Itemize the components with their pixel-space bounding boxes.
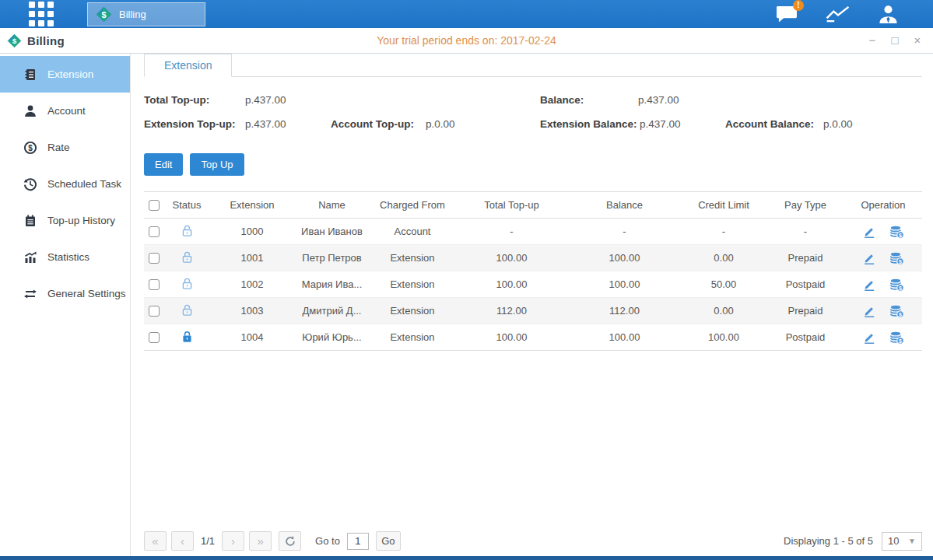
close-button[interactable]: × bbox=[911, 34, 924, 47]
displaying-text: Displaying 1 - 5 of 5 bbox=[784, 535, 873, 547]
top-up-row-button[interactable]: $ bbox=[889, 304, 904, 318]
top-up-row-button[interactable]: $ bbox=[889, 225, 904, 239]
select-all-checkbox[interactable] bbox=[149, 200, 160, 211]
pencil-icon bbox=[862, 251, 876, 265]
bar-chart-icon bbox=[23, 250, 37, 264]
edit-row-button[interactable] bbox=[862, 278, 876, 292]
app-launcher-button[interactable] bbox=[0, 2, 82, 26]
sidebar-item-label: Scheduled Task bbox=[47, 178, 121, 190]
balance-cell: 100.00 bbox=[568, 271, 681, 298]
top-up-row-button[interactable]: $ bbox=[889, 278, 904, 292]
edit-button[interactable]: Edit bbox=[144, 153, 183, 176]
trial-notice: Your trial period ends on: 2017-02-24 bbox=[0, 34, 933, 47]
sidebar-item-label: Rate bbox=[47, 142, 70, 153]
app-grid-icon bbox=[29, 2, 54, 26]
table-row: 1003Дмитрий Д...Extension112.00112.000.0… bbox=[144, 298, 922, 324]
total-topup-cell: 100.00 bbox=[455, 324, 568, 351]
edit-row-button[interactable] bbox=[862, 225, 876, 239]
lock-open-icon bbox=[181, 250, 194, 264]
top-up-row-button[interactable]: $ bbox=[889, 331, 904, 345]
table-row: 1000Иван ИвановAccount----$ bbox=[144, 219, 922, 245]
pencil-icon bbox=[862, 304, 876, 318]
sidebar-item-statistics[interactable]: Statistics bbox=[0, 239, 130, 275]
account-balance-label: Account Balance: bbox=[725, 118, 814, 130]
user-account-button[interactable] bbox=[878, 4, 899, 24]
account-topup-value: p.0.00 bbox=[426, 118, 455, 130]
lock-closed-icon bbox=[181, 330, 194, 343]
operation-cell: $ bbox=[844, 225, 922, 239]
extension-cell: 1003 bbox=[210, 298, 294, 324]
top-up-row-button[interactable]: $ bbox=[889, 251, 904, 265]
coins-icon: $ bbox=[889, 251, 904, 265]
col-name: Name bbox=[294, 192, 370, 219]
balance-cell: 100.00 bbox=[568, 245, 681, 271]
pay-type-cell: Postpaid bbox=[766, 271, 844, 298]
credit-limit-cell: - bbox=[681, 219, 766, 245]
svg-text:$: $ bbox=[101, 9, 106, 19]
name-cell: Иван Иванов bbox=[294, 219, 370, 245]
account-topup-label: Account Top-up: bbox=[331, 118, 414, 130]
total-topup-value: p.437.00 bbox=[245, 94, 286, 106]
row-checkbox[interactable] bbox=[149, 279, 160, 290]
balance-summary: Total Top-up: p.437.00 Balance: p.437.00… bbox=[144, 88, 933, 144]
sidebar-item-extension[interactable]: Extension bbox=[0, 56, 130, 93]
row-checkbox[interactable] bbox=[149, 226, 160, 237]
next-page-button[interactable]: › bbox=[222, 531, 244, 551]
sidebar-item-account[interactable]: Account bbox=[0, 93, 130, 129]
total-topup-cell: 112.00 bbox=[455, 298, 568, 324]
edit-row-button[interactable] bbox=[862, 304, 876, 318]
goto-page-input[interactable] bbox=[347, 533, 369, 550]
sidebar-item-label: General Settings bbox=[47, 288, 126, 299]
top-up-button[interactable]: Top Up bbox=[190, 153, 244, 176]
extension-table: Status Extension Name Charged From Total… bbox=[144, 191, 922, 351]
go-button[interactable]: Go bbox=[376, 531, 401, 551]
svg-text:$: $ bbox=[899, 232, 902, 238]
edit-row-button[interactable] bbox=[862, 251, 876, 265]
lock-open-icon bbox=[181, 224, 194, 237]
monitor-button[interactable] bbox=[825, 5, 851, 24]
sidebar-item-scheduled-task[interactable]: Scheduled Task bbox=[0, 166, 130, 202]
refresh-button[interactable] bbox=[279, 531, 301, 551]
svg-text:$: $ bbox=[899, 258, 902, 264]
pencil-icon bbox=[862, 278, 876, 292]
sidebar-item-rate[interactable]: $ Rate bbox=[0, 129, 130, 166]
prev-page-button[interactable]: ‹ bbox=[171, 531, 194, 551]
minimize-button[interactable]: − bbox=[866, 34, 879, 47]
col-balance: Balance bbox=[568, 192, 681, 219]
notepad-icon bbox=[23, 214, 37, 228]
maximize-button[interactable]: □ bbox=[889, 34, 901, 47]
row-checkbox[interactable] bbox=[149, 306, 160, 317]
topbar-tab-billing[interactable]: $ Billing bbox=[87, 2, 205, 26]
tab-extension[interactable]: Extension bbox=[144, 54, 232, 77]
operation-cell: $ bbox=[844, 251, 922, 265]
extension-balance-label: Extension Balance: bbox=[540, 118, 637, 130]
page-size-value: 10 bbox=[888, 535, 899, 547]
notifications-button[interactable]: ! bbox=[775, 5, 798, 24]
table-row: 1004Юрий Юрь...Extension100.00100.00100.… bbox=[144, 324, 922, 351]
balance-cell: 100.00 bbox=[568, 324, 681, 351]
line-chart-icon bbox=[825, 5, 851, 24]
top-bar: $ Billing ! bbox=[0, 0, 933, 28]
person-icon bbox=[23, 104, 37, 118]
total-topup-cell: 100.00 bbox=[455, 271, 568, 298]
sidebar-item-general-settings[interactable]: General Settings bbox=[0, 275, 130, 312]
pencil-icon bbox=[862, 331, 876, 345]
table-row: 1001Петр ПетровExtension100.00100.000.00… bbox=[144, 245, 922, 271]
first-page-button[interactable]: « bbox=[144, 531, 167, 551]
edit-row-button[interactable] bbox=[862, 331, 876, 345]
page-size-select[interactable]: 10 ▼ bbox=[882, 532, 922, 551]
credit-limit-cell: 50.00 bbox=[681, 271, 766, 298]
row-checkbox[interactable] bbox=[149, 253, 160, 264]
extension-cell: 1001 bbox=[210, 245, 294, 271]
user-icon bbox=[878, 4, 899, 24]
sidebar-item-topup-history[interactable]: Top-up History bbox=[0, 202, 130, 239]
status-cell bbox=[163, 298, 210, 324]
pagination-bar: « ‹ 1/1 › » Go to Go Displaying 1 - 5 of… bbox=[144, 531, 922, 551]
row-checkbox[interactable] bbox=[149, 332, 160, 343]
credit-limit-cell: 100.00 bbox=[681, 324, 766, 351]
lock-open-icon bbox=[181, 303, 194, 317]
coins-icon: $ bbox=[889, 225, 904, 239]
last-page-button[interactable]: » bbox=[249, 531, 272, 551]
extension-topup-value: p.437.00 bbox=[245, 118, 286, 130]
table-header-row: Status Extension Name Charged From Total… bbox=[144, 192, 922, 219]
